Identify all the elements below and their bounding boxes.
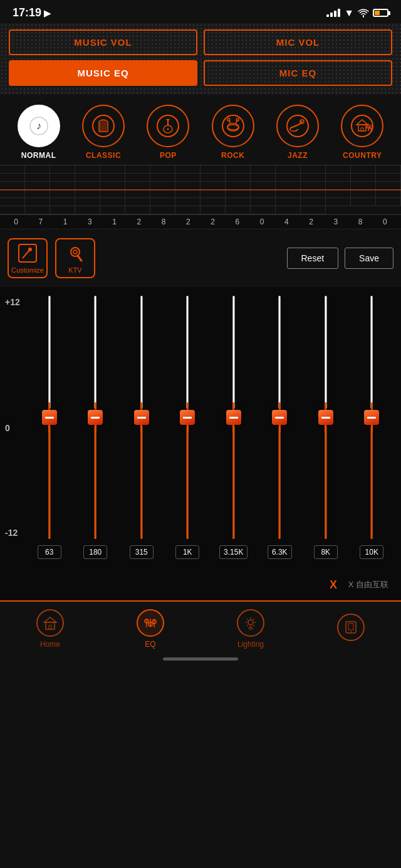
slider-thumb-6.3K[interactable] [272, 402, 287, 432]
normal-label: NORMAL [21, 151, 56, 160]
slider-col-8K: 8K [303, 296, 349, 559]
preset-row: Customize KTV Reset Save [0, 229, 401, 287]
eq-numbers-row: 0 7 1 3 1 2 8 2 2 6 0 4 2 3 8 0 [0, 215, 401, 229]
slider-thumb-1K[interactable] [180, 402, 195, 432]
eq-num-2: 1 [56, 217, 75, 226]
nav-lighting[interactable]: Lighting [237, 609, 264, 649]
eq-mode-jazz[interactable]: JAZZ [276, 105, 319, 160]
svg-rect-41 [49, 625, 51, 629]
time-display: 17:19 [13, 6, 41, 19]
slider-thumb-315[interactable] [134, 402, 149, 432]
signal-bars [326, 9, 340, 17]
svg-text:X: X [330, 578, 337, 591]
freq-label-1K: 1K [175, 545, 199, 559]
reset-button[interactable]: Reset [287, 248, 339, 269]
slider-track-wrap-1K[interactable] [165, 296, 211, 539]
freq-label-3.15K: 3.15K [219, 545, 247, 559]
svg-point-60 [350, 631, 352, 632]
preset-actions: Reset Save [287, 248, 394, 269]
lighting-icon [243, 616, 258, 630]
home-nav-icon [36, 609, 64, 637]
svg-text:♪: ♪ [36, 120, 41, 131]
mic-eq-button[interactable]: MIC EQ [204, 60, 392, 86]
slider-track-wrap-6.3K[interactable] [257, 296, 303, 539]
svg-point-8 [157, 115, 179, 137]
slider-col-180: 180 [73, 296, 119, 559]
slider-thumb-10K[interactable] [364, 402, 379, 432]
svg-point-13 [222, 115, 244, 137]
slider-track-wrap-8K[interactable] [303, 296, 349, 539]
rock-icon [221, 114, 245, 138]
slider-col-3.15K: 3.15K [211, 296, 257, 559]
slider-thumb-8K[interactable] [318, 402, 333, 432]
slider-track-wrap-3.15K[interactable] [211, 296, 257, 539]
eq-curve [0, 165, 401, 214]
eq-modes: ♪ NORMAL CLASSIC [0, 95, 401, 165]
slider-track-wrap-315[interactable] [118, 296, 165, 539]
svg-line-55 [253, 619, 254, 619]
svg-point-12 [167, 128, 169, 130]
wifi-icon-svg [358, 9, 369, 18]
eq-mode-normal[interactable]: ♪ NORMAL [18, 105, 60, 160]
normal-icon: ♪ [29, 116, 49, 136]
ktv-icon [65, 243, 85, 263]
rock-label: ROCK [221, 151, 244, 160]
tablet-icon [343, 620, 358, 634]
country-label: COUNTRY [343, 151, 382, 160]
eq-mode-classic[interactable]: CLASSIC [82, 105, 125, 160]
classic-icon [91, 114, 115, 138]
lighting-nav-label: Lighting [237, 640, 264, 649]
eq-mode-country[interactable]: COUNTRY [341, 105, 383, 160]
nav-more[interactable] [337, 614, 365, 644]
slider-track-wrap-180[interactable] [73, 296, 119, 539]
svg-point-22 [287, 115, 308, 137]
lighting-nav-icon [237, 609, 264, 637]
svg-marker-25 [357, 120, 368, 125]
mic-vol-button[interactable]: MIC VOL [204, 29, 392, 55]
svg-line-37 [78, 256, 81, 261]
bottom-nav: Home EQ [0, 600, 401, 654]
home-icon [43, 616, 58, 630]
home-indicator-bar [163, 657, 238, 661]
nav-eq[interactable]: EQ [137, 609, 164, 649]
watermark-area: X X 自由互联 [0, 569, 401, 600]
music-vol-button[interactable]: MUSIC VOL [9, 29, 197, 55]
svg-point-48 [248, 620, 253, 625]
eq-num-13: 3 [326, 217, 345, 226]
nav-home[interactable]: Home [36, 609, 64, 649]
freq-label-6.3K: 6.3K [268, 545, 292, 559]
eq-num-12: 2 [302, 217, 321, 226]
save-button[interactable]: Save [345, 248, 393, 269]
ktv-button[interactable]: KTV [55, 238, 95, 278]
music-eq-button[interactable]: MUSIC EQ [9, 60, 197, 86]
status-bar: 17:19 ▶ ▼ [0, 0, 401, 23]
ktv-label: KTV [68, 266, 81, 274]
slider-track-wrap-10K[interactable] [349, 296, 395, 539]
slider-thumb-180[interactable] [88, 402, 103, 432]
eq-num-0: 0 [7, 217, 26, 226]
country-icon [350, 114, 374, 138]
sliders-area: +12 0 -12 [0, 287, 401, 569]
eq-mode-rock[interactable]: ROCK [212, 105, 254, 160]
normal-circle: ♪ [18, 105, 60, 147]
eq-num-4: 1 [105, 217, 124, 226]
eq-num-14: 8 [351, 217, 370, 226]
bottom-indicator [0, 654, 401, 667]
eq-visualizer [0, 165, 401, 215]
location-icon: ▶ [44, 8, 51, 18]
slider-col-315: 315 [118, 296, 165, 559]
slider-track-wrap-63[interactable] [26, 296, 73, 539]
freq-label-8K: 8K [314, 545, 338, 559]
slider-thumb-3.15K[interactable] [226, 402, 241, 432]
pop-label: POP [160, 151, 177, 160]
customize-button[interactable]: Customize [8, 238, 48, 278]
svg-point-21 [236, 118, 239, 121]
scale-mid: 0 [5, 423, 10, 433]
slider-thumb-63[interactable] [42, 402, 57, 432]
status-icons: ▼ [326, 8, 388, 19]
country-circle [341, 105, 383, 147]
svg-point-36 [73, 250, 77, 254]
freq-label-10K: 10K [360, 545, 383, 559]
eq-num-3: 3 [80, 217, 99, 226]
eq-mode-pop[interactable]: POP [147, 105, 189, 160]
